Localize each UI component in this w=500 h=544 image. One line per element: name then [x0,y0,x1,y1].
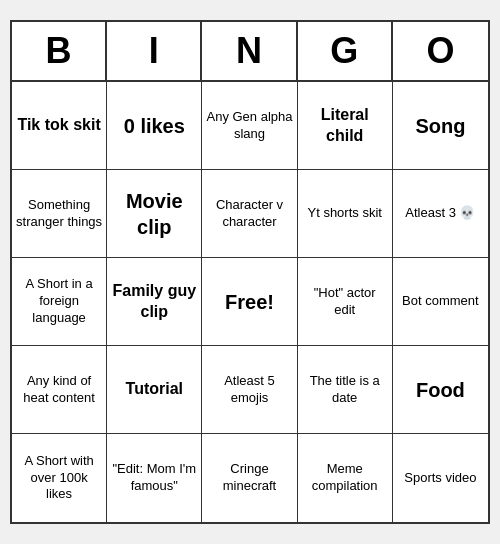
bingo-cell: Food [393,346,488,434]
bingo-cell: Bot comment [393,258,488,346]
bingo-cell: Yt shorts skit [298,170,393,258]
bingo-cell: "Hot" actor edit [298,258,393,346]
bingo-cell: Character v character [202,170,297,258]
bingo-cell: Sports video [393,434,488,522]
header-letter: B [12,22,107,80]
bingo-card: BINGO Tik tok skit0 likesAny Gen alpha s… [10,20,490,524]
bingo-cell: Something stranger things [12,170,107,258]
bingo-cell: Family guy clip [107,258,202,346]
bingo-cell: Atleast 5 emojis [202,346,297,434]
bingo-cell: Movie clip [107,170,202,258]
header-letter: N [202,22,297,80]
bingo-cell: Meme compilation [298,434,393,522]
header-letter: O [393,22,488,80]
header-letter: G [298,22,393,80]
bingo-cell: A Short in a foreign language [12,258,107,346]
bingo-cell: Cringe minecraft [202,434,297,522]
bingo-cell: A Short with over 100k likes [12,434,107,522]
header-letter: I [107,22,202,80]
bingo-cell: Tutorial [107,346,202,434]
bingo-cell: Any Gen alpha slang [202,82,297,170]
bingo-cell: Tik tok skit [12,82,107,170]
bingo-cell: Any kind of heat content [12,346,107,434]
bingo-grid: Tik tok skit0 likesAny Gen alpha slangLi… [12,82,488,522]
bingo-cell: "Edit: Mom I'm famous" [107,434,202,522]
bingo-cell: The title is a date [298,346,393,434]
bingo-cell: Atleast 3 💀 [393,170,488,258]
bingo-header: BINGO [12,22,488,82]
bingo-cell: Free! [202,258,297,346]
bingo-cell: Literal child [298,82,393,170]
bingo-cell: 0 likes [107,82,202,170]
bingo-cell: Song [393,82,488,170]
